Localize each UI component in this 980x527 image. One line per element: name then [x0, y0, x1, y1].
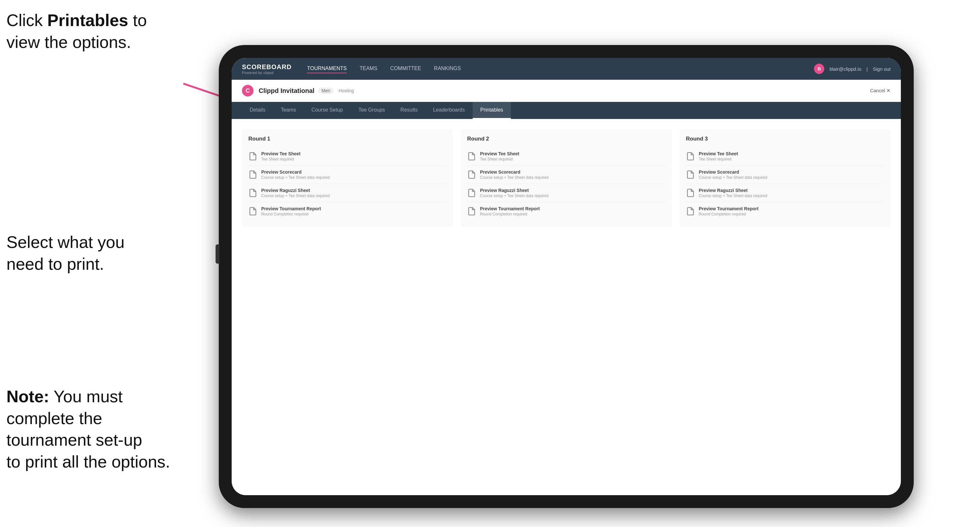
- separator: |: [866, 66, 868, 72]
- rounds-grid: Round 1 Preview Tee Sheet Tee Sheet requ…: [242, 129, 891, 227]
- round1-raguzzi[interactable]: Preview Raguzzi Sheet Course setup + Tee…: [248, 184, 447, 202]
- round-3-section: Round 3 Preview Tee Sheet Tee Sheet requ…: [679, 129, 891, 227]
- tournament-status: Hosting: [339, 88, 354, 93]
- brand-title: SCOREBOARD: [242, 63, 291, 71]
- round2-tournament-report[interactable]: Preview Tournament Report Round Completi…: [467, 202, 665, 220]
- nav-brand: SCOREBOARD Powered by clippd: [242, 63, 291, 75]
- r1-scorecard-sub: Course setup + Tee Sheet data required: [261, 175, 330, 180]
- document-icon-2: [248, 170, 258, 179]
- round-2-section: Round 2 Preview Tee Sheet Tee Sheet requ…: [461, 129, 672, 227]
- round-3-title: Round 3: [686, 136, 884, 142]
- r3-document-icon: [686, 152, 695, 161]
- nav-link-committee[interactable]: COMMITTEE: [390, 64, 421, 73]
- r2-scorecard-title: Preview Scorecard: [480, 170, 549, 175]
- tab-tee-groups[interactable]: Tee Groups: [351, 102, 393, 119]
- round1-tournament-report[interactable]: Preview Tournament Report Round Completi…: [248, 202, 447, 220]
- brand-sub: Powered by clippd: [242, 71, 291, 75]
- r2-scorecard-sub: Course setup + Tee Sheet data required: [480, 175, 549, 180]
- document-icon-3: [248, 189, 258, 197]
- round3-tournament-report[interactable]: Preview Tournament Report Round Completi…: [686, 202, 884, 220]
- annotation-middle-text: Select what youneed to print.: [6, 233, 124, 273]
- r1-raguzzi-title: Preview Raguzzi Sheet: [261, 188, 330, 193]
- annotation-bold-printables: Printables: [47, 11, 128, 30]
- tablet-frame: SCOREBOARD Powered by clippd TOURNAMENTS…: [219, 45, 914, 508]
- r3-document-icon-4: [686, 207, 695, 216]
- annotation-top-text: Click Printables toview the options.: [6, 11, 147, 51]
- r1-raguzzi-sub: Course setup + Tee Sheet data required: [261, 194, 330, 198]
- annotation-middle: Select what youneed to print.: [6, 232, 124, 275]
- round3-scorecard[interactable]: Preview Scorecard Course setup + Tee She…: [686, 166, 884, 184]
- user-email: blair@clippd.io: [829, 66, 861, 72]
- tab-details[interactable]: Details: [242, 102, 273, 119]
- r2-tee-sheet-sub: Tee Sheet required: [480, 157, 519, 162]
- document-icon: [248, 152, 258, 161]
- main-content: Round 1 Preview Tee Sheet Tee Sheet requ…: [232, 119, 901, 495]
- tournament-badge: Men: [318, 87, 333, 94]
- tab-leaderboards[interactable]: Leaderboards: [425, 102, 473, 119]
- annotation-bottom-text: Note: You mustcomplete thetournament set…: [6, 387, 170, 471]
- round3-tee-sheet[interactable]: Preview Tee Sheet Tee Sheet required: [686, 147, 884, 166]
- round1-scorecard[interactable]: Preview Scorecard Course setup + Tee She…: [248, 166, 447, 184]
- r2-report-title: Preview Tournament Report: [480, 206, 540, 211]
- sub-tabs: Details Teams Course Setup Tee Groups Re…: [232, 102, 901, 119]
- round3-raguzzi[interactable]: Preview Raguzzi Sheet Course setup + Tee…: [686, 184, 884, 202]
- tablet-screen: SCOREBOARD Powered by clippd TOURNAMENTS…: [232, 58, 901, 495]
- document-icon-4: [248, 207, 258, 216]
- round2-tee-sheet[interactable]: Preview Tee Sheet Tee Sheet required: [467, 147, 665, 166]
- cancel-button[interactable]: Cancel ✕: [870, 88, 891, 94]
- round2-scorecard[interactable]: Preview Scorecard Course setup + Tee She…: [467, 166, 665, 184]
- r3-scorecard-title: Preview Scorecard: [699, 170, 767, 175]
- r1-scorecard-title: Preview Scorecard: [261, 170, 330, 175]
- nav-link-rankings[interactable]: RANKINGS: [434, 64, 461, 73]
- tournament-logo: C: [242, 85, 253, 97]
- user-avatar: B: [814, 63, 824, 74]
- r2-tee-sheet-title: Preview Tee Sheet: [480, 151, 519, 156]
- top-nav-links: TOURNAMENTS TEAMS COMMITTEE RANKINGS: [307, 64, 814, 73]
- r2-document-icon-3: [467, 189, 476, 197]
- tournament-header: C Clippd Invitational Men Hosting Cancel…: [232, 80, 901, 102]
- r3-tee-sheet-sub: Tee Sheet required: [699, 157, 738, 162]
- top-nav: SCOREBOARD Powered by clippd TOURNAMENTS…: [232, 58, 901, 80]
- r2-document-icon-2: [467, 170, 476, 179]
- round-1-section: Round 1 Preview Tee Sheet Tee Sheet requ…: [242, 129, 453, 227]
- round2-raguzzi[interactable]: Preview Raguzzi Sheet Course setup + Tee…: [467, 184, 665, 202]
- r3-report-sub: Round Completion required: [699, 212, 759, 216]
- r2-report-sub: Round Completion required: [480, 212, 540, 216]
- r2-document-icon-4: [467, 207, 476, 216]
- r3-raguzzi-sub: Course setup + Tee Sheet data required: [699, 194, 767, 198]
- round-2-title: Round 2: [467, 136, 665, 142]
- r3-report-title: Preview Tournament Report: [699, 206, 759, 211]
- annotation-top: Click Printables toview the options.: [6, 10, 147, 53]
- r2-document-icon: [467, 152, 476, 161]
- r3-raguzzi-title: Preview Raguzzi Sheet: [699, 188, 767, 193]
- annotation-bottom: Note: You mustcomplete thetournament set…: [6, 386, 170, 473]
- r1-report-sub: Round Completion required: [261, 212, 321, 216]
- r2-raguzzi-sub: Course setup + Tee Sheet data required: [480, 194, 549, 198]
- r3-document-icon-3: [686, 189, 695, 197]
- nav-link-teams[interactable]: TEAMS: [360, 64, 377, 73]
- tab-teams[interactable]: Teams: [273, 102, 304, 119]
- r2-raguzzi-title: Preview Raguzzi Sheet: [480, 188, 549, 193]
- r1-tee-sheet-title: Preview Tee Sheet: [261, 151, 301, 156]
- r1-tee-sheet-sub: Tee Sheet required: [261, 157, 301, 162]
- round-1-title: Round 1: [248, 136, 447, 142]
- r1-report-title: Preview Tournament Report: [261, 206, 321, 211]
- nav-link-tournaments[interactable]: TOURNAMENTS: [307, 64, 347, 73]
- tournament-name: Clippd Invitational: [259, 87, 314, 95]
- tablet-side-button[interactable]: [216, 244, 220, 264]
- nav-right: B blair@clippd.io | Sign out: [814, 63, 891, 74]
- r3-scorecard-sub: Course setup + Tee Sheet data required: [699, 175, 767, 180]
- tab-results[interactable]: Results: [393, 102, 425, 119]
- r3-document-icon-2: [686, 170, 695, 179]
- round1-tee-sheet[interactable]: Preview Tee Sheet Tee Sheet required: [248, 147, 447, 166]
- sign-out-link[interactable]: Sign out: [873, 66, 891, 72]
- r3-tee-sheet-title: Preview Tee Sheet: [699, 151, 738, 156]
- tab-printables[interactable]: Printables: [473, 102, 511, 119]
- tab-course-setup[interactable]: Course Setup: [304, 102, 351, 119]
